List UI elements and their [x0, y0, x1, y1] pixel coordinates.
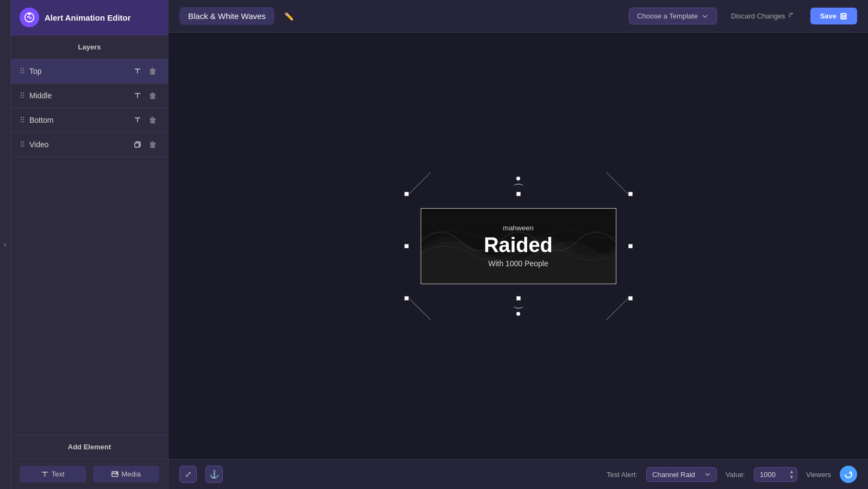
layer-delete-button[interactable]: 🗑 — [146, 89, 159, 102]
layer-delete-button[interactable]: 🗑 — [146, 114, 159, 127]
drag-icon: ⠿ — [20, 116, 25, 124]
add-media-button[interactable]: Media — [93, 466, 160, 482]
text-type-icon — [131, 65, 144, 78]
bottom-bar: ⤢ ⚓ Test Alert: Channel Raid Value: ▲ ▼ … — [168, 459, 868, 489]
viewers-label: Viewers — [806, 471, 831, 479]
layer-delete-button[interactable]: 🗑 — [146, 138, 159, 151]
diag-line-bl — [407, 297, 430, 320]
resize-handle-bottom-left[interactable] — [404, 296, 409, 300]
discard-label: Discard Changes — [731, 12, 785, 20]
rotate-dot-top — [516, 177, 520, 180]
resize-handle-bottom-right[interactable] — [628, 296, 633, 300]
svg-rect-15 — [842, 17, 845, 18]
svg-point-1 — [29, 13, 30, 15]
save-button[interactable]: Save — [810, 8, 857, 24]
value-increment-button[interactable]: ▲ — [789, 469, 794, 474]
resize-handle-middle-right[interactable] — [628, 244, 633, 248]
app-logo — [20, 8, 39, 27]
canvas-area[interactable]: ⌒ ⌒ — [168, 33, 868, 459]
layers-section: Layers ⠿ Top 🗑 ⠿ Middle 🗑 ⠿ — [11, 35, 168, 435]
choose-template-label: Choose a Template — [637, 12, 698, 20]
layer-item[interactable]: ⠿ Top 🗑 — [11, 59, 168, 84]
add-text-button[interactable]: Text — [20, 466, 86, 482]
rotate-arc-top: ⌒ — [513, 181, 524, 198]
layer-name: Video — [29, 140, 131, 149]
add-element-buttons: Text Media — [11, 459, 168, 489]
value-decrement-button[interactable]: ▼ — [789, 475, 794, 480]
main-content: Black & White Waves ✏️ Choose a Template… — [168, 0, 868, 489]
main-toolbar: Black & White Waves ✏️ Choose a Template… — [168, 0, 868, 33]
test-type-label: Channel Raid — [652, 471, 695, 479]
add-media-label: Media — [122, 470, 141, 478]
add-text-label: Text — [52, 470, 65, 478]
alert-top-text: mahween — [503, 224, 533, 232]
svg-rect-8 — [135, 143, 139, 147]
value-label: Value: — [726, 471, 745, 479]
resize-handle-top-right[interactable] — [628, 192, 633, 196]
alert-card[interactable]: mahween Raided With 1000 People — [421, 208, 616, 284]
sidebar: Alert Animation Editor Layers ⠿ Top 🗑 ⠿ … — [11, 0, 168, 489]
choose-template-button[interactable]: Choose a Template — [629, 8, 717, 24]
add-element-section: Add Element Text Media — [11, 435, 168, 489]
resize-tool-button[interactable]: ⤢ — [179, 466, 197, 483]
drag-icon: ⠿ — [20, 91, 25, 100]
resize-handle-top-middle[interactable] — [516, 192, 521, 196]
svg-rect-14 — [842, 14, 845, 16]
text-type-icon — [131, 114, 144, 127]
save-label: Save — [820, 12, 836, 20]
text-type-icon — [131, 89, 144, 102]
layer-name: Middle — [29, 91, 131, 100]
test-alert-dropdown[interactable]: Channel Raid — [646, 467, 717, 482]
layer-item[interactable]: ⠿ Video 🗑 — [11, 133, 168, 157]
layer-item[interactable]: ⠿ Bottom 🗑 — [11, 108, 168, 133]
drag-icon: ⠿ — [20, 67, 25, 76]
alert-main-text: Raided — [484, 234, 553, 257]
template-name-label: Black & White Waves — [188, 11, 266, 21]
value-input-container: ▲ ▼ — [754, 467, 797, 482]
layers-header: Layers — [11, 35, 168, 59]
resize-handle-middle-left[interactable] — [404, 244, 409, 248]
collapse-button[interactable]: ‹ — [0, 0, 11, 489]
layer-item[interactable]: ⠿ Middle 🗑 — [11, 84, 168, 108]
add-element-header: Add Element — [11, 435, 168, 459]
rotate-handle-top[interactable]: ⌒ — [513, 175, 524, 198]
layer-name: Bottom — [29, 116, 131, 124]
app-title: Alert Animation Editor — [45, 13, 131, 22]
edit-template-name-icon[interactable]: ✏️ — [281, 9, 297, 24]
layer-name: Top — [29, 67, 131, 76]
sidebar-header: Alert Animation Editor — [11, 0, 168, 35]
resize-handle-top-left[interactable] — [404, 192, 409, 196]
alert-preview-container[interactable]: ⌒ ⌒ — [404, 192, 633, 300]
template-name-button[interactable]: Black & White Waves — [179, 7, 274, 25]
rotate-arc-bottom: ⌒ — [513, 294, 524, 311]
refresh-test-button[interactable] — [840, 466, 857, 483]
drag-icon: ⠿ — [20, 140, 25, 149]
value-spinners: ▲ ▼ — [789, 469, 794, 480]
diag-line-tl — [407, 172, 430, 195]
diag-line-br — [606, 297, 629, 320]
rotate-handle-bottom[interactable]: ⌒ — [513, 294, 524, 317]
discard-changes-button[interactable]: Discard Changes — [723, 8, 804, 24]
rotate-dot-bottom — [516, 312, 520, 316]
diag-line-tr — [606, 172, 629, 195]
anchor-tool-button[interactable]: ⚓ — [205, 466, 223, 483]
copy-icon — [131, 138, 144, 151]
layer-delete-button[interactable]: 🗑 — [146, 65, 159, 78]
alert-bottom-text: With 1000 People — [488, 259, 548, 268]
test-alert-label: Test Alert: — [607, 471, 638, 479]
resize-handle-bottom-middle[interactable] — [516, 296, 521, 300]
